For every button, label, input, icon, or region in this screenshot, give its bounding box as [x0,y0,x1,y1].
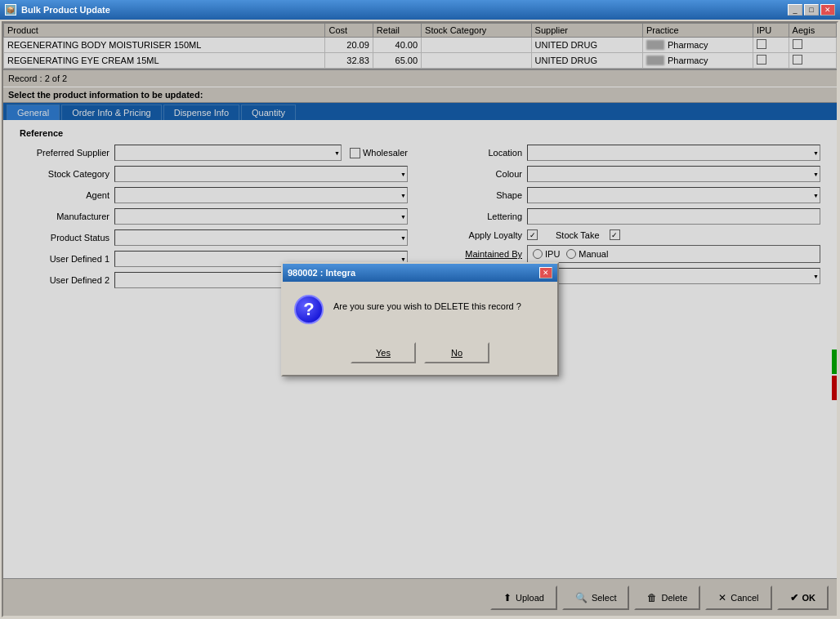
modal-title: 980002 : Integra [288,268,355,278]
modal-body: ? Are you sure you wish to DELETE this r… [283,282,557,337]
window-controls: _ □ ✕ [788,4,835,16]
modal-close-button[interactable]: ✕ [539,267,552,278]
close-button[interactable]: ✕ [820,4,835,16]
modal-overlay: 980002 : Integra ✕ ? Are you sure you wi… [3,23,837,616]
modal-title-bar: 980002 : Integra ✕ [283,264,557,282]
main-content: Product Cost Retail Stock Category Suppl… [2,21,838,617]
modal-message: Are you sure you wish to DELETE this rec… [333,295,521,314]
modal-dialog: 980002 : Integra ✕ ? Are you sure you wi… [281,262,559,376]
window-title: Bulk Product Update [21,5,110,15]
minimize-button[interactable]: _ [788,4,802,16]
app-icon: 📦 [5,4,16,16]
modal-buttons: Yes No [283,337,557,375]
no-button[interactable]: No [424,342,489,363]
maximize-button[interactable]: □ [804,4,819,16]
title-bar: 📦 Bulk Product Update _ □ ✕ [0,0,840,20]
yes-button[interactable]: Yes [351,342,416,363]
question-icon: ? [294,295,324,324]
